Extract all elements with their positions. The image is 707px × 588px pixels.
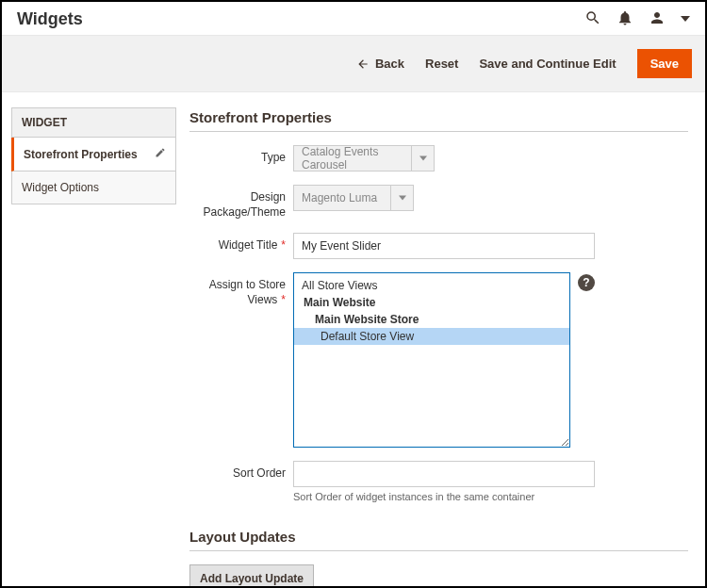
row-widget-title: Widget Title	[189, 233, 688, 259]
reset-button-label: Reset	[425, 57, 458, 71]
save-continue-button-label: Save and Continue Edit	[479, 57, 616, 71]
store-views-multiselect[interactable]: All Store Views Main Website Main Websit…	[293, 272, 570, 448]
top-bar: Widgets	[2, 2, 705, 36]
sidebar-section-title: WIDGET	[11, 107, 176, 138]
type-select: Catalog Events Carousel	[293, 145, 435, 172]
sort-order-hint: Sort Order of widget instances in the sa…	[293, 491, 595, 502]
action-bar: Back Reset Save and Continue Edit Save	[2, 36, 705, 92]
row-sort-order: Sort Order Sort Order of widget instance…	[189, 461, 688, 502]
help-icon[interactable]: ?	[578, 274, 595, 291]
section-title-layout: Layout Updates	[189, 529, 688, 551]
pencil-icon	[155, 147, 166, 161]
save-button[interactable]: Save	[637, 49, 692, 78]
theme-select: Magento Luma	[293, 185, 414, 211]
sort-order-input[interactable]	[293, 461, 595, 487]
sidebar-item-label: Widget Options	[22, 181, 99, 194]
main-panel: Storefront Properties Type Catalog Event…	[176, 92, 705, 588]
sidebar-item-label: Storefront Properties	[24, 148, 138, 161]
store-option-all[interactable]: All Store Views	[294, 277, 569, 294]
notifications-icon[interactable]	[617, 9, 633, 29]
chevron-down-icon	[411, 146, 434, 171]
label-theme: Design Package/Theme	[189, 185, 293, 220]
sidebar-item-storefront-properties[interactable]: Storefront Properties	[11, 138, 176, 172]
store-option-website[interactable]: Main Website	[294, 294, 569, 311]
label-assign-store-views: Assign to Store Views	[189, 272, 293, 307]
sidebar-item-widget-options[interactable]: Widget Options	[11, 172, 176, 204]
search-icon[interactable]	[584, 9, 601, 29]
store-option-store[interactable]: Main Website Store	[294, 311, 569, 328]
sidebar: WIDGET Storefront Properties Widget Opti…	[2, 92, 176, 588]
page-title: Widgets	[17, 9, 83, 29]
arrow-left-icon	[356, 57, 370, 71]
label-type: Type	[189, 145, 293, 166]
reset-button[interactable]: Reset	[425, 57, 458, 71]
topbar-icons	[584, 9, 690, 29]
store-option-view[interactable]: Default Store View	[294, 328, 569, 345]
add-layout-update-button[interactable]: Add Layout Update	[189, 564, 314, 588]
label-widget-title: Widget Title	[189, 233, 293, 253]
save-continue-button[interactable]: Save and Continue Edit	[479, 57, 616, 71]
section-title-storefront: Storefront Properties	[189, 109, 688, 132]
label-sort-order: Sort Order	[189, 461, 293, 482]
back-button[interactable]: Back	[356, 57, 404, 71]
chevron-down-icon	[390, 186, 413, 210]
body: WIDGET Storefront Properties Widget Opti…	[2, 92, 705, 588]
theme-select-value: Magento Luma	[294, 191, 390, 204]
row-type: Type Catalog Events Carousel	[189, 145, 688, 172]
account-icon[interactable]	[649, 9, 666, 29]
account-menu-caret-icon[interactable]	[681, 12, 690, 26]
type-select-value: Catalog Events Carousel	[294, 145, 411, 172]
back-button-label: Back	[375, 57, 404, 71]
row-theme: Design Package/Theme Magento Luma	[189, 185, 688, 220]
widget-title-input[interactable]	[293, 233, 595, 259]
row-assign-store-views: Assign to Store Views All Store Views Ma…	[189, 272, 688, 448]
